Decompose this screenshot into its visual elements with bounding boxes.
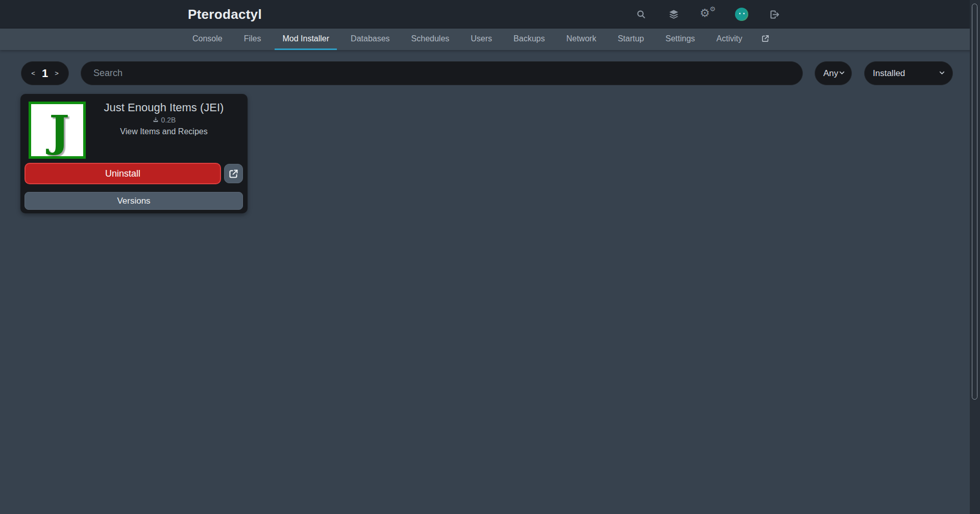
current-page-number: 1 <box>42 68 48 79</box>
search-icon[interactable] <box>633 0 649 29</box>
search-input[interactable] <box>81 61 803 85</box>
mod-external-link-button[interactable] <box>224 164 243 183</box>
uninstall-button[interactable]: Uninstall <box>24 163 221 184</box>
mod-download-count: 0.2B <box>161 116 176 124</box>
page-scrollbar-thumb[interactable] <box>972 4 977 400</box>
mod-title: Just Enough Items (JEI) <box>84 101 244 114</box>
category-filter-value: Any <box>823 68 838 79</box>
pagination-pill: < 1 > <box>21 61 69 85</box>
mod-icon-letter: J <box>49 110 69 153</box>
page-scrollbar-track[interactable] <box>970 0 980 514</box>
tab-users[interactable]: Users <box>463 29 500 50</box>
top-header-bar: Pterodactyl ⚙ ⚙ <box>0 0 980 29</box>
mod-description: View Items and Recipes <box>84 127 244 136</box>
mod-info: Just Enough Items (JEI) 0.2B View Items … <box>84 101 244 136</box>
category-filter-select[interactable]: Any <box>815 61 852 85</box>
avatar-eye-right <box>743 13 745 14</box>
tab-network[interactable]: Network <box>558 29 604 50</box>
tab-console[interactable]: Console <box>185 29 230 50</box>
installed-filter-select[interactable]: Installed <box>864 61 953 85</box>
versions-button[interactable]: Versions <box>24 192 243 210</box>
avatar-circle <box>735 8 748 21</box>
gear-small-glyph: ⚙ <box>709 6 716 12</box>
next-page-button[interactable]: > <box>55 70 59 77</box>
pterodactyl-panel: Pterodactyl ⚙ ⚙ <box>0 0 980 514</box>
tab-mod-installer[interactable]: Mod Installer <box>275 29 337 50</box>
user-avatar[interactable] <box>733 0 750 29</box>
installed-filter-value: Installed <box>873 68 905 79</box>
logout-icon[interactable] <box>766 0 782 29</box>
download-icon <box>152 116 159 124</box>
tab-startup[interactable]: Startup <box>610 29 652 50</box>
external-link-icon <box>228 168 239 179</box>
mod-thumbnail: J <box>29 102 86 159</box>
layers-icon[interactable] <box>666 0 682 29</box>
external-link-icon[interactable] <box>756 29 775 50</box>
tab-activity[interactable]: Activity <box>709 29 750 50</box>
mod-card: J Just Enough Items (JEI) 0.2B View Item… <box>20 94 248 213</box>
gears-glyphs: ⚙ ⚙ <box>700 7 715 22</box>
avatar-eye-left <box>739 13 741 14</box>
server-nav-bar: Console Files Mod Installer Databases Sc… <box>0 29 980 50</box>
prev-page-button[interactable]: < <box>31 70 35 77</box>
tab-backups[interactable]: Backups <box>506 29 552 50</box>
tab-schedules[interactable]: Schedules <box>404 29 457 50</box>
chevron-down-icon <box>939 68 945 79</box>
gears-icon[interactable]: ⚙ ⚙ <box>698 0 717 29</box>
tab-files[interactable]: Files <box>236 29 269 50</box>
chevron-down-icon <box>839 68 845 79</box>
mod-downloads: 0.2B <box>84 116 244 124</box>
nav-tab-row: Console Files Mod Installer Databases Sc… <box>185 29 775 50</box>
gear-large-glyph: ⚙ <box>700 8 710 19</box>
tab-databases[interactable]: Databases <box>343 29 398 50</box>
header-icon-group: ⚙ ⚙ <box>0 0 980 29</box>
tab-settings[interactable]: Settings <box>658 29 703 50</box>
